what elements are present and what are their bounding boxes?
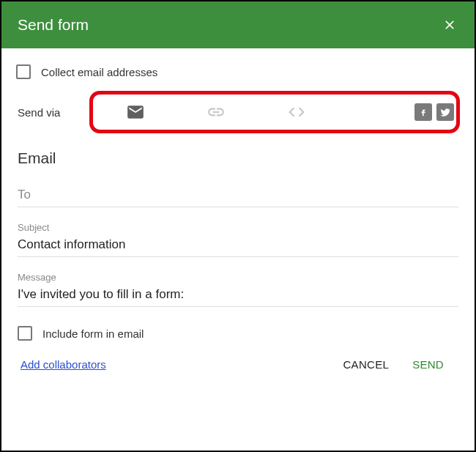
email-icon — [126, 103, 145, 122]
twitter-icon — [440, 107, 450, 117]
subject-label: Subject — [18, 222, 458, 236]
send-via-label: Send via — [16, 106, 75, 119]
send-via-tabs — [75, 89, 460, 135]
close-button[interactable] — [441, 16, 458, 34]
dialog-header: Send form — [1, 1, 475, 48]
include-form-checkbox[interactable] — [18, 326, 32, 341]
collect-emails-row: Collect email addresses — [16, 59, 460, 89]
dialog-footer: Add collaborators CANCEL SEND — [18, 352, 458, 377]
to-field[interactable]: To — [18, 186, 458, 207]
share-twitter-button[interactable] — [436, 103, 454, 121]
cancel-button[interactable]: CANCEL — [331, 352, 401, 377]
embed-icon — [287, 103, 306, 122]
link-icon — [207, 103, 226, 122]
facebook-icon — [418, 107, 428, 117]
add-collaborators-link[interactable]: Add collaborators — [21, 358, 106, 371]
share-facebook-button[interactable] — [414, 103, 432, 121]
collect-emails-checkbox[interactable] — [16, 64, 31, 79]
close-icon — [442, 18, 457, 32]
include-form-row: Include form in email — [18, 322, 458, 352]
send-via-tab-embed[interactable] — [256, 89, 337, 135]
subject-field[interactable]: Contact information — [18, 236, 458, 257]
send-button[interactable]: SEND — [401, 352, 455, 377]
dialog-title: Send form — [18, 16, 89, 34]
collect-emails-label: Collect email addresses — [41, 66, 157, 78]
send-via-tab-link[interactable] — [176, 89, 256, 135]
section-title-email: Email — [18, 142, 458, 186]
send-via-tab-email[interactable] — [95, 89, 176, 135]
send-via-row: Send via — [16, 89, 460, 135]
message-label: Message — [18, 272, 458, 286]
message-field[interactable]: I've invited you to fill in a form: — [18, 286, 458, 307]
include-form-label: Include form in email — [42, 327, 144, 340]
